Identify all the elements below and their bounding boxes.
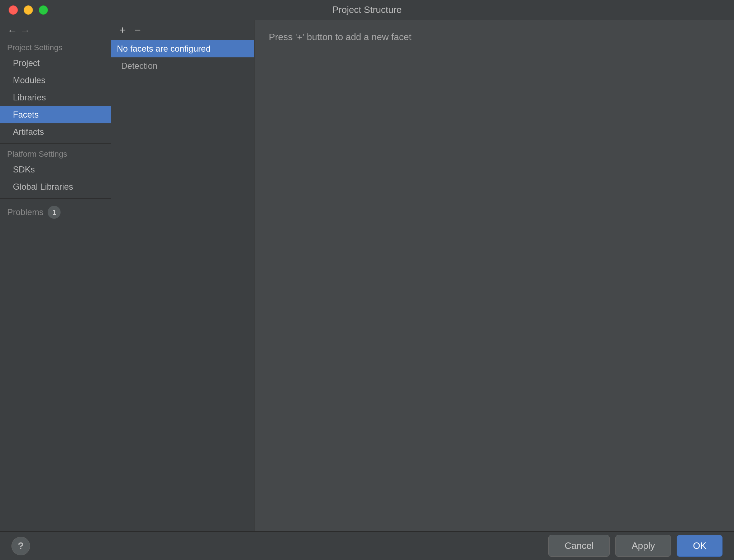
hint-text: Press '+' button to add a new facet bbox=[269, 32, 411, 43]
window-title: Project Structure bbox=[332, 4, 402, 15]
sidebar-item-global-libraries[interactable]: Global Libraries bbox=[0, 178, 111, 195]
add-facet-button[interactable]: + bbox=[115, 24, 130, 37]
problems-row[interactable]: Problems 1 bbox=[0, 201, 111, 223]
maximize-button[interactable] bbox=[39, 5, 48, 15]
nav-back-forward: ← → bbox=[0, 20, 111, 40]
no-facets-item[interactable]: No facets are configured bbox=[111, 40, 254, 57]
sidebar-item-project[interactable]: Project bbox=[0, 54, 111, 72]
ok-button[interactable]: OK bbox=[677, 535, 723, 557]
forward-arrow-icon[interactable]: → bbox=[20, 26, 30, 36]
problems-label: Problems bbox=[7, 207, 43, 217]
apply-button[interactable]: Apply bbox=[615, 535, 671, 557]
center-panel: + − No facets are configured Detection bbox=[111, 20, 254, 531]
detection-item[interactable]: Detection bbox=[111, 57, 254, 75]
bottom-right-buttons: Cancel Apply OK bbox=[548, 535, 723, 557]
sidebar-item-libraries[interactable]: Libraries bbox=[0, 89, 111, 106]
sidebar-divider bbox=[0, 143, 111, 144]
help-button[interactable]: ? bbox=[11, 537, 30, 555]
title-bar: Project Structure bbox=[0, 0, 734, 20]
sidebar-item-sdks[interactable]: SDKs bbox=[0, 161, 111, 178]
sidebar-divider-2 bbox=[0, 198, 111, 199]
traffic-lights bbox=[9, 5, 48, 15]
platform-settings-label: Platform Settings bbox=[0, 147, 111, 161]
close-button[interactable] bbox=[9, 5, 18, 15]
sidebar-item-facets[interactable]: Facets bbox=[0, 106, 111, 123]
sidebar: ← → Project Settings Project Modules Lib… bbox=[0, 20, 111, 531]
sidebar-item-modules[interactable]: Modules bbox=[0, 72, 111, 89]
problems-badge: 1 bbox=[48, 206, 61, 219]
right-panel-content: Press '+' button to add a new facet bbox=[254, 20, 734, 531]
sidebar-item-artifacts[interactable]: Artifacts bbox=[0, 123, 111, 141]
remove-facet-button[interactable]: − bbox=[130, 24, 145, 37]
project-settings-label: Project Settings bbox=[0, 40, 111, 54]
back-arrow-icon[interactable]: ← bbox=[7, 26, 17, 36]
bottom-bar: ? Cancel Apply OK bbox=[0, 531, 734, 560]
facet-toolbar: + − bbox=[111, 20, 254, 40]
main-layout: ← → Project Settings Project Modules Lib… bbox=[0, 20, 734, 531]
right-panel: Press '+' button to add a new facet bbox=[254, 20, 734, 531]
minimize-button[interactable] bbox=[24, 5, 33, 15]
facet-list: No facets are configured Detection bbox=[111, 40, 254, 531]
cancel-button[interactable]: Cancel bbox=[548, 535, 610, 557]
